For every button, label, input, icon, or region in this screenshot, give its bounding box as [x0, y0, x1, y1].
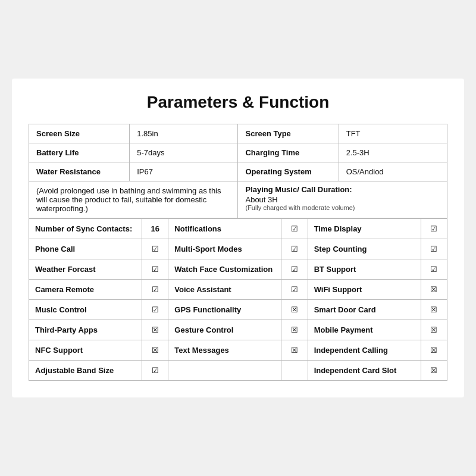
checkmark-yes	[152, 366, 159, 375]
screen-size-label: Screen Size	[29, 124, 130, 143]
checkmark-yes	[152, 265, 159, 274]
feature-label-col1: Music Control	[29, 300, 142, 320]
features-table: Number of Sync Contacts:16NotificationsT…	[29, 218, 447, 381]
feature-label-col2	[168, 361, 281, 381]
feature-label-col3: Independent Card Slot	[308, 361, 421, 381]
battery-label: Battery Life	[29, 143, 130, 162]
checkmark-no	[430, 325, 437, 334]
feature-check-col3	[421, 300, 447, 320]
feature-row: Adjustable Band SizeIndependent Card Slo…	[29, 361, 447, 381]
feature-row: Music ControlGPS FunctionalitySmart Door…	[29, 300, 447, 320]
os-label: Operating System	[238, 162, 339, 181]
waterproof-note: (Avoid prolonged use in bathing and swim…	[29, 181, 238, 218]
feature-row: Weather ForcastWatch Face CustomizationB…	[29, 259, 447, 280]
feature-label-col3: Smart Door Card	[308, 300, 421, 320]
charging-value: 2.5-3H	[339, 143, 447, 162]
feature-check-col1	[142, 320, 168, 340]
feature-check-col3	[421, 239, 447, 259]
feature-check-col1	[142, 300, 168, 320]
checkmark-no	[152, 346, 159, 355]
screen-size-value: 1.85in	[130, 124, 238, 143]
checkmark-yes	[291, 265, 298, 274]
note-row: (Avoid prolonged use in bathing and swim…	[29, 181, 447, 218]
checkmark-yes	[152, 245, 159, 253]
feature-label-col2: Watch Face Customization	[168, 259, 281, 280]
feature-label-col2: Notifications	[168, 219, 281, 239]
feature-check-col2	[281, 259, 308, 280]
page-title: Parameters & Function	[29, 93, 447, 112]
feature-label-col2: Gesture Control	[168, 320, 281, 340]
feature-label-col3: Independent Calling	[308, 340, 421, 361]
spec-row-water: Water Resistance IP67 Operating System O…	[29, 162, 447, 181]
feature-label-col1: Number of Sync Contacts:	[29, 219, 142, 239]
feature-label-col3: Time Display	[308, 219, 421, 239]
feature-label-col2: Voice Assistant	[168, 280, 281, 300]
feature-check-col1	[142, 340, 168, 361]
playing-note: (Fully charged with moderate volume)	[245, 204, 440, 211]
checkmark-yes	[291, 224, 298, 233]
feature-label-col3: Step Counting	[308, 239, 421, 259]
feature-label-col2: Multi-Sport Modes	[168, 239, 281, 259]
feature-row: Number of Sync Contacts:16NotificationsT…	[29, 219, 447, 239]
checkmark-no	[430, 285, 437, 294]
feature-check-col3	[421, 219, 447, 239]
checkmark-no	[430, 305, 437, 314]
feature-label-col1: NFC Support	[29, 340, 142, 361]
feature-row: Third-Party AppsGesture ControlMobile Pa…	[29, 320, 447, 340]
feature-label-col1: Phone Call	[29, 239, 142, 259]
feature-check-col1	[142, 239, 168, 259]
checkmark-no	[291, 325, 298, 334]
checkmark-no	[291, 305, 298, 314]
feature-label-col1: Weather Forcast	[29, 259, 142, 280]
feature-row: Camera RemoteVoice AssistantWiFi Support	[29, 280, 447, 300]
water-label: Water Resistance	[29, 162, 130, 181]
feature-label-col3: Mobile Payment	[308, 320, 421, 340]
feature-check-col3	[421, 320, 447, 340]
checkmark-yes	[430, 224, 437, 233]
feature-check-col2	[281, 300, 308, 320]
checkmark-yes	[430, 245, 437, 253]
battery-value: 5-7days	[130, 143, 238, 162]
checkmark-yes	[152, 305, 159, 314]
feature-check-col1	[142, 361, 168, 381]
checkmark-no	[430, 366, 437, 375]
playing-label: Playing Music/ Call Duration:	[245, 185, 440, 194]
feature-label-col2: Text Messages	[168, 340, 281, 361]
feature-check-col3	[421, 259, 447, 280]
checkmark-no	[430, 346, 437, 355]
feature-check-col2	[281, 280, 308, 300]
feature-check-col3	[421, 361, 447, 381]
feature-check-col1	[142, 259, 168, 280]
spec-row-battery: Battery Life 5-7days Charging Time 2.5-3…	[29, 143, 447, 162]
spec-row-screen: Screen Size 1.85in Screen Type TFT	[29, 124, 447, 143]
screen-type-value: TFT	[339, 124, 447, 143]
checkmark-yes	[291, 245, 298, 253]
feature-label-col1: Adjustable Band Size	[29, 361, 142, 381]
feature-row: Phone CallMulti-Sport ModesStep Counting	[29, 239, 447, 259]
playing-value: About 3H	[245, 195, 440, 204]
feature-check-col2	[281, 361, 308, 381]
feature-label-col2: GPS Functionality	[168, 300, 281, 320]
feature-check-col1: 16	[142, 219, 168, 239]
feature-check-col2	[281, 239, 308, 259]
feature-label-col3: BT Support	[308, 259, 421, 280]
feature-label-col3: WiFi Support	[308, 280, 421, 300]
feature-row: NFC SupportText MessagesIndependent Call…	[29, 340, 447, 361]
feature-check-col1	[142, 280, 168, 300]
feature-label-col1: Third-Party Apps	[29, 320, 142, 340]
water-value: IP67	[130, 162, 238, 181]
feature-check-col2	[281, 219, 308, 239]
feature-label-col1: Camera Remote	[29, 280, 142, 300]
checkmark-yes	[152, 285, 159, 294]
checkmark-yes	[291, 285, 298, 294]
card: Parameters & Function Screen Size 1.85in…	[12, 79, 464, 397]
checkmark-no	[152, 325, 159, 334]
feature-check-col3	[421, 340, 447, 361]
checkmark-no	[291, 346, 298, 355]
feature-check-col3	[421, 280, 447, 300]
screen-type-label: Screen Type	[238, 124, 339, 143]
checkmark-yes	[430, 265, 437, 274]
charging-label: Charging Time	[238, 143, 339, 162]
feature-check-col2	[281, 320, 308, 340]
feature-check-col2	[281, 340, 308, 361]
